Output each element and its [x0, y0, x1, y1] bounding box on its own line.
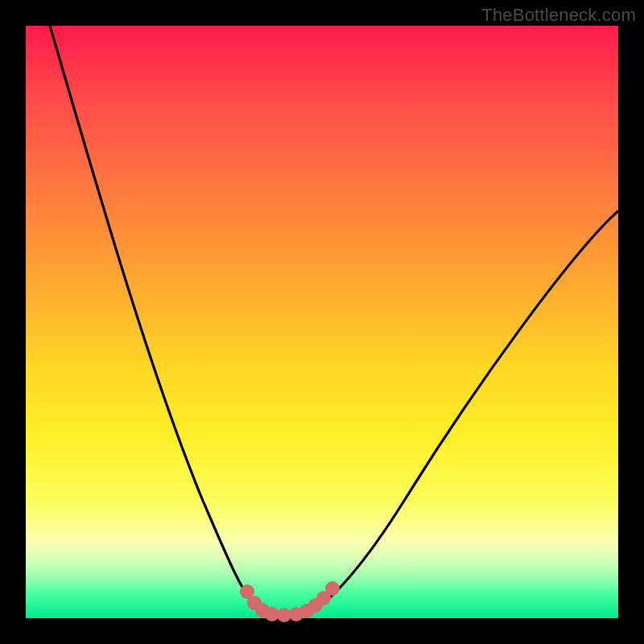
plot-area [26, 26, 618, 618]
chart-svg [26, 26, 618, 618]
curve-layer [50, 26, 618, 615]
marker-point [325, 581, 340, 596]
bottleneck-curve [50, 26, 618, 615]
watermark-text: TheBottleneck.com [481, 5, 636, 26]
chart-frame: TheBottleneck.com [0, 0, 644, 644]
markers-layer [240, 581, 340, 622]
